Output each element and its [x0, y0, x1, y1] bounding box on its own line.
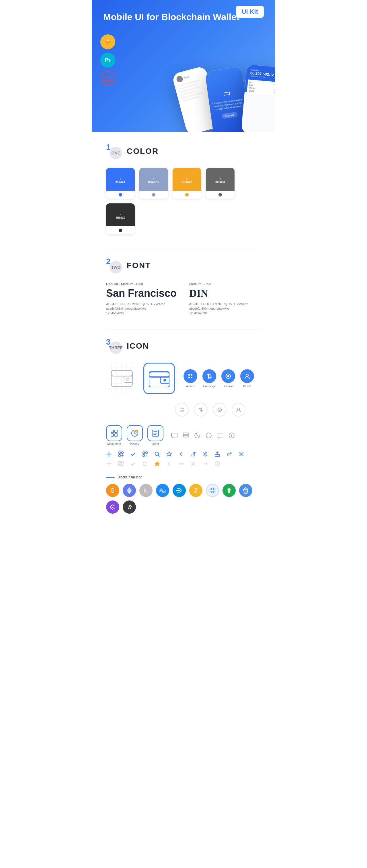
svg-rect-63: [147, 456, 147, 456]
font-din: Medium · Bold DIN ABCDEFGHIJKLMNOPQRSTUV…: [189, 282, 261, 315]
svg-line-65: [158, 455, 160, 456]
tool-badges: Ps 60+ Screens: [101, 34, 115, 86]
svg-point-49: [231, 434, 232, 435]
ui-kit-badge: UI Kit: [236, 6, 264, 18]
matic-icon: [106, 500, 119, 514]
chevron-grey-icon: [166, 461, 172, 467]
arrows-grey-icon: [178, 461, 184, 467]
swatch-grey-blue: # 8DA0C8: [139, 168, 168, 199]
svg-rect-61: [147, 455, 147, 456]
hbar-icon: ℏ: [123, 500, 136, 514]
svg-point-31: [238, 408, 240, 410]
svg-rect-25: [180, 408, 181, 409]
svg-marker-85: [211, 489, 214, 492]
svg-rect-45: [183, 433, 188, 434]
svg-rect-18: [188, 374, 190, 376]
svg-rect-54: [119, 455, 120, 456]
nano-icon: [239, 484, 252, 497]
svg-point-82: [217, 463, 218, 463]
blockchain-section: BlockChain Icon ₿ Ł: [106, 475, 261, 514]
svg-rect-12: [124, 376, 133, 382]
svg-point-29: [218, 408, 221, 411]
svg-point-17: [163, 379, 166, 381]
main-content: 1 ONE COLOR # 3574FA # 8DA0C8: [92, 132, 275, 539]
app-icon-management: Mangment: [106, 425, 122, 445]
color-swatches-container: # 3574FA # 8DA0C8 # F5A623: [106, 168, 261, 234]
color-section: 1 ONE COLOR # 3574FA # 8DA0C8: [106, 143, 261, 234]
svg-rect-27: [180, 410, 181, 411]
svg-rect-10: [111, 370, 133, 386]
layers-icon: [182, 432, 189, 439]
qr-icon: [142, 451, 148, 457]
blockchain-line: [106, 477, 115, 478]
star-icon: [166, 451, 172, 457]
arrow-right-grey-icon: [202, 461, 208, 467]
nav-icon-assets: Assets: [184, 369, 197, 388]
color-section-number: 1 ONE: [106, 143, 122, 159]
svg-rect-19: [191, 374, 192, 376]
info-icon: [228, 432, 235, 439]
svg-rect-60: [146, 455, 146, 456]
nav-outline-profile: [232, 403, 246, 416]
svg-point-24: [246, 374, 248, 376]
svg-rect-74: [119, 464, 120, 466]
phone-mockups: Profile ▭ Character may: [181, 69, 275, 132]
font-section-title: FONT: [127, 261, 151, 270]
nav-icon-profile: Profile: [240, 369, 254, 388]
hero-title-bold: Wallet: [213, 12, 239, 22]
phone-mockup-3: myWallet $6,297,502.12 +40263.46 (0.84%)…: [241, 64, 275, 132]
nav-icon-exchange: Exchange: [202, 369, 216, 388]
svg-rect-59: [143, 455, 144, 456]
svg-rect-15: [149, 372, 169, 377]
plus-icon: [106, 451, 112, 457]
crypto-icons-row: ₿ Ł Z: [106, 484, 261, 514]
color-section-title: COLOR: [127, 147, 159, 156]
svg-point-46: [206, 433, 211, 438]
svg-rect-14: [149, 372, 169, 387]
upload-icon: [215, 451, 220, 457]
zcash-icon: Z: [189, 484, 202, 497]
svg-marker-84: [210, 488, 215, 493]
color-section-header: 1 ONE COLOR: [106, 143, 261, 159]
swatch-blue: # 3574FA: [106, 168, 135, 199]
app-icons-row: Mangment History Order: [106, 425, 261, 445]
app-icon-order: Order: [147, 425, 163, 445]
nav-icons-colored: Assets Exchange Discover: [184, 369, 254, 388]
swatch-orange: # F5A623: [173, 168, 201, 199]
grid-add-icon: [118, 451, 124, 457]
font-grid: Regular · Medium · Bold San Francisco AB…: [106, 282, 261, 315]
tool-icons-colored: [106, 451, 261, 457]
star-active-icon: [154, 461, 160, 467]
font-section: 2 TWO FONT Regular · Medium · Bold San F…: [106, 257, 261, 315]
swatch-dark: # 303030: [106, 204, 135, 234]
check-grey-icon: [130, 461, 136, 467]
info-grey-icon: [215, 461, 220, 467]
svg-rect-72: [119, 462, 120, 463]
x-grey-icon: [190, 461, 196, 467]
svg-rect-62: [146, 456, 146, 456]
svg-rect-58: [146, 452, 147, 454]
svg-rect-34: [111, 434, 114, 436]
dash-icon: [173, 484, 186, 497]
moon-icon: [194, 432, 201, 439]
sketch-badge: [101, 34, 115, 49]
svg-rect-20: [188, 377, 190, 378]
icon-section: 3 THREE ICON: [106, 338, 261, 514]
svg-rect-67: [215, 455, 220, 456]
swatch-grey: # 666666: [206, 168, 234, 199]
transfer-icon: [227, 451, 232, 457]
font-section-number: 2 TWO: [106, 257, 122, 274]
icon-section-title: ICON: [127, 341, 149, 351]
svg-point-37: [135, 430, 138, 433]
icon-section-header: 3 THREE ICON: [106, 338, 261, 354]
svg-rect-73: [121, 462, 123, 463]
blockchain-label: BlockChain Icon: [106, 475, 261, 479]
font-san-francisco: Regular · Medium · Bold San Francisco AB…: [106, 282, 178, 315]
svg-rect-42: [171, 433, 177, 437]
nav-outline-exchange: [194, 403, 207, 416]
chevron-left-icon: [178, 451, 184, 457]
chat-icon: [171, 432, 178, 439]
nav-icon-discover: Discover: [221, 369, 235, 388]
share-icon: [190, 451, 196, 457]
ltc-icon: Ł: [139, 484, 152, 497]
